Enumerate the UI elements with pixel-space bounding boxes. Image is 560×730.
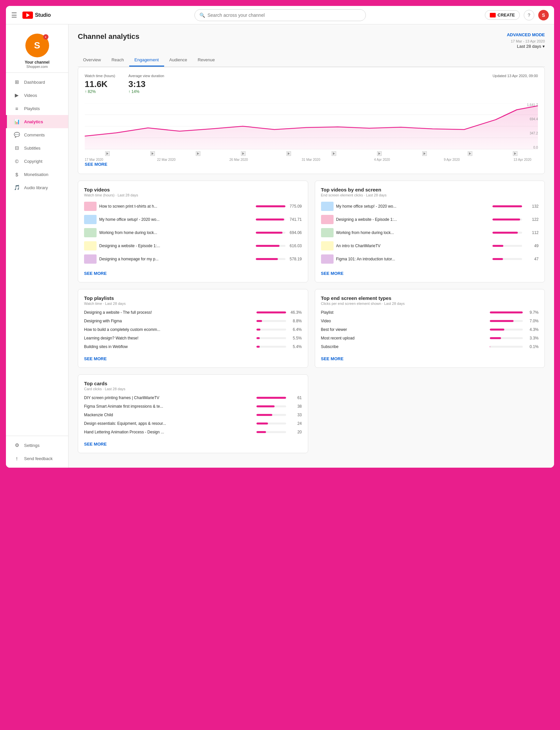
top-video-item-3[interactable]: Working from home during lock... 694.06 xyxy=(84,228,302,237)
top-video-item-1[interactable]: How to screen print t-shirts at h... 775… xyxy=(84,202,302,211)
sidebar-item-dashboard[interactable]: ⊞ Dashboard xyxy=(6,75,68,89)
settings-icon: ⚙ xyxy=(14,442,20,449)
studio-logo-text: Studio xyxy=(35,12,51,18)
search-icon: 🔍 xyxy=(199,13,205,18)
chart-y-labels: 1,641.7 694.4 347.2 0.0 xyxy=(527,103,538,149)
tab-engagement[interactable]: Engagement xyxy=(129,54,164,67)
tab-reach[interactable]: Reach xyxy=(106,54,129,67)
analytics-icon: 📊 xyxy=(14,118,20,125)
end-screen-item-3[interactable]: Working from home during lock... 112 xyxy=(321,228,539,237)
chart-thumb-4 xyxy=(241,151,246,156)
sidebar-label-audio-library: Audio library xyxy=(24,185,48,190)
sidebar-item-monetisation[interactable]: $ Monetisation xyxy=(6,168,68,181)
sidebar-item-playlists[interactable]: ≡ Playlists xyxy=(6,102,68,115)
top-playlists-card: Top playlists Watch time · Last 28 days … xyxy=(78,289,308,368)
chart-see-more[interactable]: SEE MORE xyxy=(85,162,107,167)
date-range-label: 17 Mar - 13 Apr 2020 xyxy=(511,39,545,43)
top-cards-card: Top cards Card clicks · Last 28 days DIY… xyxy=(78,374,308,453)
top-cards-subtitle: Card clicks · Last 28 days xyxy=(84,387,302,391)
sidebar-item-subtitles[interactable]: ⊟ Subtitles xyxy=(6,141,68,155)
top-video-item-2[interactable]: My home office setup! - 2020 wo... 741.7… xyxy=(84,215,302,224)
playlist-item-1[interactable]: Designing a website - The full process! … xyxy=(84,310,302,315)
top-videos-see-more[interactable]: SEE MORE xyxy=(84,271,107,276)
chart-thumb-2 xyxy=(150,151,155,156)
monetisation-icon: $ xyxy=(14,171,20,178)
videos-icon: ▶ xyxy=(14,92,20,99)
end-screen-item-4[interactable]: An intro to CharliMarieTV 49 xyxy=(321,241,539,250)
playlists-see-more[interactable]: SEE MORE xyxy=(84,356,107,361)
sidebar-label-videos: Videos xyxy=(24,93,37,98)
playlist-item-5[interactable]: Building sites in Webflow 5.4% xyxy=(84,344,302,349)
sidebar-label-playlists: Playlists xyxy=(24,106,40,111)
playlist-item-4[interactable]: Learning design? Watch these! 5.5% xyxy=(84,336,302,340)
sidebar-item-audio-library[interactable]: 🎵 Audio library xyxy=(6,181,68,194)
channel-name: Your channel xyxy=(25,60,49,65)
logo-area: Studio xyxy=(22,12,51,19)
search-box[interactable]: 🔍 xyxy=(194,9,366,21)
chart-thumb-6 xyxy=(332,151,336,156)
end-type-item-3[interactable]: Best for viewer 4.3% xyxy=(321,327,539,332)
end-screen-item-2[interactable]: Designing a website - Episode 1:... 122 xyxy=(321,215,539,224)
search-input[interactable] xyxy=(208,13,361,18)
sidebar-item-analytics[interactable]: 📊 Analytics xyxy=(6,115,68,128)
copyright-icon: © xyxy=(14,158,20,164)
page-title: Channel analytics xyxy=(78,32,139,41)
top-end-screen-subtitle: End screen element clicks · Last 28 days xyxy=(321,193,539,197)
end-screen-types-see-more[interactable]: SEE MORE xyxy=(321,356,344,361)
end-screen-item-1[interactable]: My home office setup! - 2020 wo... 132 xyxy=(321,202,539,211)
sidebar-item-videos[interactable]: ▶ Videos xyxy=(6,89,68,102)
sidebar-item-comments[interactable]: 💬 Comments xyxy=(6,128,68,141)
card-item-5[interactable]: Hand Lettering Animation Process - Desig… xyxy=(84,430,302,434)
chart-thumb-10 xyxy=(513,151,517,156)
updated-badge: Updated 13 Apr 2020, 09:00 xyxy=(492,74,538,78)
avg-duration-change: ↑ 14% xyxy=(129,89,164,94)
playlist-item-3[interactable]: How to build a completely custom ecomm..… xyxy=(84,327,302,332)
youtube-icon xyxy=(22,12,33,19)
sidebar-label-settings: Settings xyxy=(24,443,40,448)
end-screen-see-more[interactable]: SEE MORE xyxy=(321,271,344,276)
chart-thumb-3 xyxy=(196,151,200,156)
audio-library-icon: 🎵 xyxy=(14,184,20,191)
end-type-item-1[interactable]: Playlist 9.7% xyxy=(321,310,539,315)
top-end-screen-card: Top videos by end screen End screen elem… xyxy=(315,181,545,282)
channel-avatar[interactable]: S xyxy=(25,34,49,57)
playlist-item-2[interactable]: Designing with Figma 8.8% xyxy=(84,319,302,323)
card-item-4[interactable]: Design essentials: Equipment, apps & res… xyxy=(84,421,302,426)
avg-duration-metric: Average view duration 3:13 ↑ 14% xyxy=(129,74,164,94)
top-playlists-title: Top playlists xyxy=(84,295,302,301)
end-type-item-4[interactable]: Most recent upload 3.3% xyxy=(321,336,539,340)
analytics-chart xyxy=(85,103,538,149)
date-range-selector[interactable]: 17 Mar - 13 Apr 2020 Last 28 days ▾ xyxy=(511,39,545,49)
end-type-item-5[interactable]: Subscribe 0.1% xyxy=(321,344,539,349)
chart-thumb-8 xyxy=(422,151,427,156)
tab-audience[interactable]: Audience xyxy=(164,54,192,67)
empty-bottom-right xyxy=(315,374,545,453)
user-avatar[interactable]: S xyxy=(538,10,549,20)
advanced-mode-link[interactable]: ADVANCED MODE xyxy=(507,32,545,37)
video-thumbs-row xyxy=(85,151,538,156)
card-item-1[interactable]: DIY screen printing frames | CharliMarie… xyxy=(84,395,302,400)
top-end-screen-title: Top videos by end screen xyxy=(321,187,539,192)
sidebar-item-copyright[interactable]: © Copyright xyxy=(6,155,68,168)
sidebar-item-settings[interactable]: ⚙ Settings xyxy=(6,439,68,452)
top-video-item-5[interactable]: Designing a homepage for my p... 578.19 xyxy=(84,254,302,264)
tab-overview[interactable]: Overview xyxy=(78,54,106,67)
top-cards-title: Top cards xyxy=(84,381,302,386)
chart-x-labels: 17 Mar 2020 22 Mar 2020 26 Mar 2020 31 M… xyxy=(85,158,538,161)
cards-see-more[interactable]: SEE MORE xyxy=(84,442,107,447)
end-screen-item-5[interactable]: Figma 101: An introduction tutor... 47 xyxy=(321,254,539,264)
hamburger-menu-icon[interactable]: ☰ xyxy=(11,11,17,19)
top-playlists-subtitle: Watch time · Last 28 days xyxy=(84,302,302,306)
top-video-item-4[interactable]: Designing a website - Episode 1:... 616.… xyxy=(84,241,302,250)
card-item-2[interactable]: Figma Smart Animate first impressions & … xyxy=(84,404,302,409)
help-icon[interactable]: ? xyxy=(524,10,534,20)
sidebar-label-dashboard: Dashboard xyxy=(24,80,45,85)
chevron-down-icon: ▾ xyxy=(543,44,545,49)
tab-revenue[interactable]: Revenue xyxy=(192,54,220,67)
end-type-item-2[interactable]: Video 7.0% xyxy=(321,319,539,323)
sidebar-item-feedback[interactable]: ! Send feedback xyxy=(6,452,68,465)
end-screen-types-title: Top end screen element types xyxy=(321,295,539,301)
create-button[interactable]: CREATE xyxy=(485,10,520,20)
card-item-3[interactable]: Mackenzie Child 33 xyxy=(84,413,302,417)
feedback-icon: ! xyxy=(14,455,20,462)
